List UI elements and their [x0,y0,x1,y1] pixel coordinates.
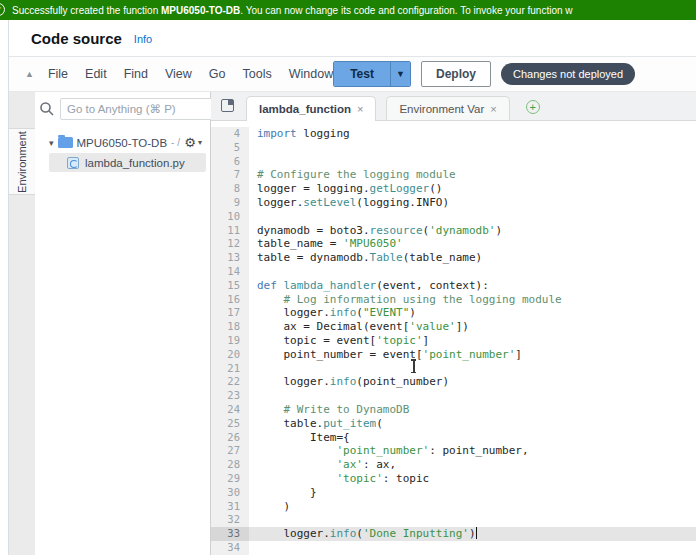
close-icon[interactable]: × [490,103,496,115]
menubar-actions: Test ▼ Deploy Changes not deployed [333,61,635,87]
menu-items: FileEditFindViewGoToolsWindow [48,67,333,81]
code-line-30[interactable]: 30 } [211,486,696,500]
code-line-20[interactable]: 20 point_number = event['point_number'] [211,348,696,362]
menu-window[interactable]: Window [289,67,333,81]
line-number: 28 [211,458,249,472]
code-line-29[interactable]: 29 'topic': topic [211,472,696,486]
menu-view[interactable]: View [165,67,192,81]
code-line-34[interactable]: 34 [211,541,696,555]
code-text: logger.info('Done Inputting') [249,527,696,541]
line-number: 32 [211,513,249,527]
tree-folder-row[interactable]: ▾ MPU6050-TO-DB - / ⚙ ▾ [35,133,210,152]
environment-rail-tab[interactable]: Environment [9,128,35,195]
code-line-14[interactable]: 14 [211,265,696,279]
show-navigator-icon[interactable] [221,99,234,112]
menu-file[interactable]: File [48,67,68,81]
line-number: 16 [211,293,249,307]
line-number: 5 [211,141,249,155]
folder-path-suffix: - / [171,137,180,148]
code-line-28[interactable]: 28 'ax': ax, [211,458,696,472]
line-number: 31 [211,500,249,514]
new-tab-icon[interactable]: + [526,100,540,114]
code-line-6[interactable]: 6 [211,155,696,169]
code-line-23[interactable]: 23 [211,389,696,403]
page-title: Code source [31,30,122,47]
code-text: } [249,486,696,500]
code-line-8[interactable]: 8logger = logging.getLogger() [211,182,696,196]
code-line-7[interactable]: 7# Configure the logging module [211,168,696,182]
tree-file-row-selected[interactable]: lambda_function.py [49,153,206,172]
code-text [249,389,696,403]
code-line-31[interactable]: 31 ) [211,500,696,514]
code-line-16[interactable]: 16 # Log information using the logging m… [211,293,696,307]
success-banner: ✓ Successfully created the function MPU6… [0,0,696,20]
code-line-9[interactable]: 9logger.setLevel(logging.INFO) [211,196,696,210]
success-message: Successfully created the function MPU605… [12,5,573,16]
tab-environment-var[interactable]: Environment Var × [386,96,509,120]
code-text: # Configure the logging module [249,168,696,182]
left-dock-rail: Environment [9,92,35,555]
code-line-11[interactable]: 11dynamodb = boto3.resource('dynamodb') [211,224,696,238]
code-line-24[interactable]: 24 # Write to DynamoDB [211,403,696,417]
function-name: MPU6050-TO-DB [161,5,240,16]
test-dropdown-caret[interactable]: ▼ [390,62,410,86]
code-line-21[interactable]: 21 [211,362,696,376]
collapse-panel-icon[interactable]: ▲ [25,69,34,79]
line-number: 25 [211,417,249,431]
search-icon [39,101,55,117]
code-text [249,541,696,555]
code-line-26[interactable]: 26 Item={ [211,431,696,445]
deploy-button[interactable]: Deploy [421,61,491,87]
code-text [249,155,696,169]
go-to-anything-input[interactable] [60,98,228,120]
code-text: 'ax': ax, [249,458,696,472]
code-line-5[interactable]: 5 [211,141,696,155]
info-link[interactable]: Info [134,33,152,45]
menu-edit[interactable]: Edit [85,67,107,81]
test-button[interactable]: Test [334,62,390,86]
code-line-10[interactable]: 10 [211,210,696,224]
code-line-15[interactable]: 15def lambda_handler(event, context): [211,279,696,293]
line-number: 26 [211,431,249,445]
tab-lambda-function[interactable]: lambda_function × [246,96,376,121]
line-number: 12 [211,237,249,251]
code-line-12[interactable]: 12table_name = 'MPU6050' [211,237,696,251]
line-number: 9 [211,196,249,210]
line-number: 13 [211,251,249,265]
code-text: topic = event['topic'] [249,334,696,348]
code-line-18[interactable]: 18 ax = Decimal(event['value']) [211,320,696,334]
code-line-4[interactable]: 4import logging [211,127,696,141]
code-area[interactable]: 4import logging567# Configure the loggin… [211,121,696,555]
code-line-17[interactable]: 17 logger.info("EVENT") [211,306,696,320]
code-text: logger.info(point_number) [249,375,696,389]
line-number: 10 [211,210,249,224]
code-line-25[interactable]: 25 table.put_item( [211,417,696,431]
editor-tabbar: lambda_function × Environment Var × + [211,92,696,121]
code-line-19[interactable]: 19 topic = event['topic'] [211,334,696,348]
code-line-13[interactable]: 13table = dynamodb.Table(table_name) [211,251,696,265]
environment-rail-label: Environment [16,131,28,193]
line-number: 23 [211,389,249,403]
code-line-32[interactable]: 32 [211,513,696,527]
code-text [249,141,696,155]
menu-tools[interactable]: Tools [243,67,272,81]
line-number: 6 [211,155,249,169]
line-number: 4 [211,127,249,141]
file-explorer: ▾ MPU6050-TO-DB - / ⚙ ▾ lambda_function.… [35,92,211,555]
close-icon[interactable]: × [357,103,363,115]
tree-settings[interactable]: ⚙ ▾ [184,136,202,149]
code-text: ) [249,500,696,514]
code-line-33[interactable]: 33 logger.info('Done Inputting') [211,527,696,541]
line-number: 14 [211,265,249,279]
folder-expand-caret[interactable]: ▾ [49,138,54,148]
line-number: 30 [211,486,249,500]
menu-go[interactable]: Go [209,67,226,81]
code-lines: 4import logging567# Configure the loggin… [211,121,696,555]
code-line-22[interactable]: 22 logger.info(point_number) [211,375,696,389]
line-number: 33 [211,527,249,541]
menu-find[interactable]: Find [124,67,148,81]
code-line-27[interactable]: 27 'point_number': point_number, [211,444,696,458]
code-editor: lambda_function × Environment Var × + 4i… [211,92,696,555]
code-text: # Write to DynamoDB [249,403,696,417]
line-number: 29 [211,472,249,486]
